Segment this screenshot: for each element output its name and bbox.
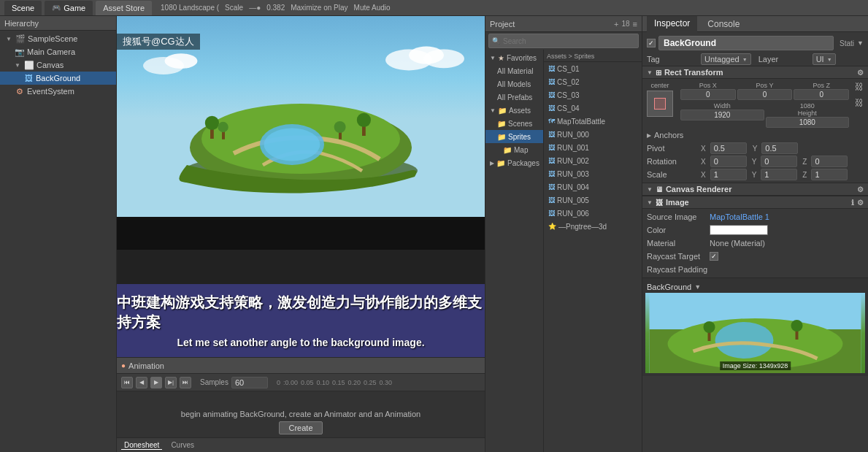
anchor-box[interactable] (647, 91, 673, 117)
tree-item-eventsystem[interactable]: ⚙ EventSystem (0, 85, 116, 98)
pos-z-field[interactable]: 0 (794, 89, 849, 100)
proj-file-cs02[interactable]: 🖼 CS_02 (544, 75, 642, 88)
proj-all-models[interactable]: All Models (485, 77, 543, 91)
scale-x-field[interactable]: 1 (710, 169, 747, 180)
tab-console[interactable]: Console (700, 16, 747, 32)
proj-file-run003[interactable]: 🖼 RUN_003 (544, 167, 642, 180)
project-add-btn[interactable]: + (614, 20, 618, 28)
tree-item-canvas[interactable]: ▼ ⬜ Canvas (0, 58, 116, 72)
tab-asset-store[interactable]: Asset Store (96, 1, 152, 15)
tree-item-main-camera[interactable]: 📷 Main Camera (0, 45, 116, 58)
anim-step-back-btn[interactable]: ◀ (136, 377, 147, 388)
proj-scenes[interactable]: 📁 Scenes (485, 117, 543, 130)
proj-map[interactable]: 📁 Map (485, 143, 543, 156)
mute-label[interactable]: Mute Audio (354, 4, 391, 12)
preview-sublabel: Image Size: 1349x928 (720, 361, 791, 370)
animation-panel: ● Animation ⏮ ◀ ▶ ▶| ⏭ Samples 60 0 :0.0… (117, 357, 485, 452)
project-search[interactable]: 🔍 (488, 34, 639, 48)
scale-z-field[interactable]: 1 (811, 169, 848, 180)
proj-file-run001[interactable]: 🖼 RUN_001 (544, 141, 642, 154)
color-swatch[interactable] (710, 225, 768, 235)
proj-assets-header[interactable]: ▼ 📁 Assets (485, 104, 543, 117)
source-image-value[interactable]: MapTotalBattle 1 (710, 212, 769, 221)
object-name-field[interactable]: BackGround (658, 36, 834, 50)
color-label: Color (647, 226, 705, 234)
tab-game[interactable]: 🎮 Game (45, 1, 93, 15)
pivot-x-field[interactable]: 0.5 (710, 142, 747, 154)
hierarchy-panel: Hierarchy ▼ 🎬 SampleScene 📷 Main Camera … (0, 16, 117, 452)
anim-create-button[interactable]: Create (279, 421, 322, 434)
rot-z-field[interactable]: 0 (811, 156, 848, 167)
scale-y-field[interactable]: 1 (761, 169, 797, 180)
cs02-icon: 🖼 (548, 78, 555, 85)
preview-header: BackGround ▼ (645, 281, 865, 293)
tag-dropdown[interactable]: Untagged ▼ (701, 53, 751, 65)
scene-icon: 🎬 (15, 34, 26, 44)
image-options-icon[interactable]: ℹ (851, 199, 854, 207)
rect-fields: Pos X 0 Pos Y 0 Pos Z 0 (680, 82, 849, 128)
inspector-header: Inspector Console (642, 16, 868, 32)
proj-all-prefabs[interactable]: All Prefabs (485, 91, 543, 104)
proj-favorites-header[interactable]: ▼ ★ Favorites (485, 51, 543, 64)
anim-tab-donesheet[interactable]: Donesheet (121, 441, 162, 450)
object-active-checkbox[interactable]: ✓ (647, 39, 656, 47)
rect-options-icon[interactable]: ⚙ (857, 69, 864, 77)
proj-file-run004[interactable]: 🖼 RUN_004 (544, 180, 642, 194)
proj-file-maptotal[interactable]: 🗺 MapTotalBattle (544, 115, 642, 128)
static-dropdown-arrow[interactable]: ▼ (857, 39, 864, 47)
proj-packages[interactable]: ▶ 📁 Packages (485, 156, 543, 169)
tag-dropdown-arrow: ▼ (742, 57, 748, 62)
image-section[interactable]: ▼ 🖼 Image ℹ ⚙ (642, 196, 868, 209)
rect-link-btn[interactable]: ⛓ (855, 82, 864, 92)
pos-y-field[interactable]: 0 (737, 89, 793, 100)
proj-file-cs01[interactable]: 🖼 CS_01 (544, 62, 642, 75)
proj-file-run001-label: RUN_001 (557, 144, 589, 152)
anim-step-fwd-btn[interactable]: ▶| (165, 377, 177, 388)
rect-link-btn2[interactable]: ⛓ (855, 98, 864, 108)
proj-file-cs03[interactable]: 🖼 CS_03 (544, 88, 642, 101)
anim-next-btn[interactable]: ⏭ (180, 377, 191, 388)
anim-play-btn[interactable]: ▶ (150, 377, 162, 388)
raycast-padding-label: Raycast Padding (647, 265, 707, 274)
rot-y-field[interactable]: 0 (761, 156, 797, 167)
svg-point-9 (264, 129, 320, 161)
proj-file-run002[interactable]: 🖼 RUN_002 (544, 154, 642, 167)
tag-layer-row: Tag Untagged ▼ Layer UI ▼ (642, 53, 868, 66)
tree-item-samplescene[interactable]: ▼ 🎬 SampleScene (0, 32, 116, 45)
canvas-renderer-options[interactable]: ⚙ (857, 185, 864, 194)
maximize-label[interactable]: Maximize on Play (291, 4, 347, 12)
raycast-checkbox[interactable]: ✓ (710, 252, 718, 261)
proj-file-run006[interactable]: 🖼 RUN_006 (544, 207, 642, 220)
proj-file-pngtree[interactable]: ⭐ —Pngtree—3d (544, 220, 642, 233)
tag-label: Tag (647, 55, 698, 64)
project-search-input[interactable] (503, 37, 635, 45)
assets-folder-icon: 📁 (498, 107, 507, 115)
tab-scene[interactable]: Scene (4, 1, 42, 15)
map-folder-icon: 📁 (503, 146, 512, 154)
tab-inspector[interactable]: Inspector (647, 16, 697, 32)
project-menu-btn[interactable]: ≡ (633, 20, 637, 28)
proj-file-cs04[interactable]: 🖼 CS_04 (544, 101, 642, 115)
height-field[interactable]: 1080 (766, 117, 850, 128)
anim-prev-btn[interactable]: ⏮ (121, 377, 133, 388)
scale-value: 0.382 (266, 4, 285, 12)
pivot-y-field[interactable]: 0.5 (761, 142, 798, 154)
anim-tab-curves[interactable]: Curves (168, 441, 197, 449)
rot-x-field[interactable]: 0 (710, 156, 747, 167)
proj-file-run000[interactable]: 🖼 RUN_000 (544, 128, 642, 141)
width-field[interactable]: 1920 (680, 110, 764, 120)
proj-sprites[interactable]: 📁 Sprites (485, 130, 543, 143)
rect-transform-section[interactable]: ▼ ⊞ Rect Transform ⚙ (642, 66, 868, 79)
proj-all-material-label: All Material (497, 67, 533, 75)
pos-x-field[interactable]: 0 (680, 89, 736, 100)
proj-file-run005[interactable]: 🖼 RUN_005 (544, 194, 642, 207)
anim-samples-value[interactable]: 60 (231, 377, 268, 388)
tree-item-background[interactable]: 🖼 BackGround (0, 72, 116, 85)
image-more-icon[interactable]: ⚙ (857, 199, 864, 207)
proj-all-material[interactable]: All Material (485, 64, 543, 77)
canvas-renderer-section[interactable]: ▼ 🖥 Canvas Renderer ⚙ (642, 183, 868, 196)
layer-dropdown[interactable]: UI ▼ (813, 53, 836, 65)
anim-bottom-tabs: Donesheet Curves (117, 437, 485, 452)
inspector-body: ✓ BackGround Stati ▼ Tag Untagged ▼ Laye… (642, 32, 868, 452)
preview-dropdown-arrow[interactable]: ▼ (694, 283, 701, 291)
